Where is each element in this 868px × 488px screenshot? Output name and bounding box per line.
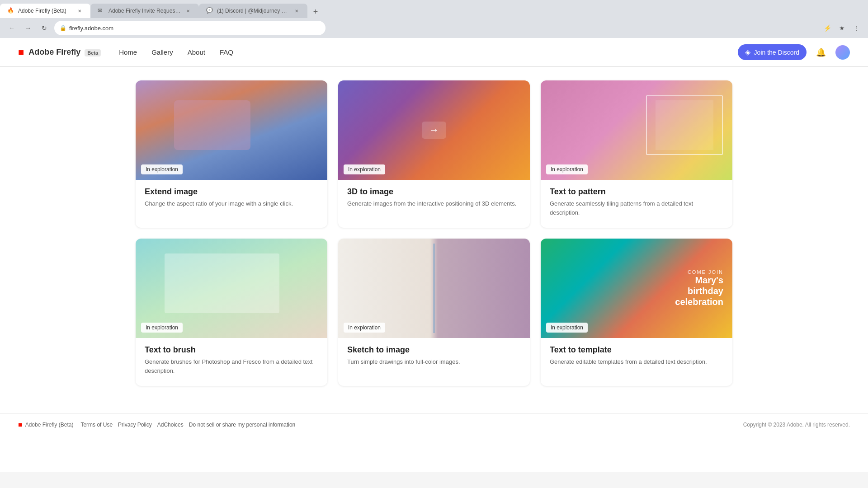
address-bar: ← → ↻ 🔒 firefly.adobe.com ⚡ ★ ⋮ bbox=[0, 18, 868, 38]
card-image-pattern: In exploration bbox=[541, 80, 732, 180]
footer-link-privacy[interactable]: Privacy Policy bbox=[118, 422, 152, 428]
card-image-template: COME JOIN Mary'sbirthdaycelebration In e… bbox=[541, 239, 732, 338]
card-title-sketch: Sketch to image bbox=[347, 345, 521, 355]
notifications-icon[interactable]: 🔔 bbox=[814, 45, 828, 60]
card-image-3d: → In exploration bbox=[338, 80, 530, 180]
card-sketch-to-image[interactable]: In exploration Sketch to image Turn simp… bbox=[338, 239, 530, 386]
forward-button[interactable]: → bbox=[22, 22, 34, 34]
logo-area[interactable]: ■ Adobe Firefly Beta bbox=[18, 47, 101, 58]
footer-link-terms[interactable]: Terms of Use bbox=[80, 422, 113, 428]
tab-invite[interactable]: ✉ Adobe Firefly Invite Request Fom ✕ bbox=[90, 4, 199, 18]
site-footer: ■ Adobe Firefly (Beta) Terms of Use Priv… bbox=[0, 413, 868, 436]
header-right: ◈ Join the Discord 🔔 bbox=[738, 44, 850, 60]
card-desc-extend: Change the aspect ratio of your image wi… bbox=[145, 199, 318, 208]
card-badge-extend: In exploration bbox=[141, 164, 183, 174]
card-desc-3d: Generate images from the interactive pos… bbox=[347, 199, 521, 208]
address-text: firefly.adobe.com bbox=[69, 25, 113, 32]
footer-copyright: Copyright © 2023 Adobe. All rights reser… bbox=[743, 422, 850, 428]
footer-links: Terms of Use Privacy Policy AdChoices Do… bbox=[80, 422, 295, 428]
card-badge-template: In exploration bbox=[546, 323, 588, 333]
card-content-3d: 3D to image Generate images from the int… bbox=[338, 180, 530, 219]
card-title-brush: Text to brush bbox=[145, 345, 318, 355]
address-input[interactable]: 🔒 firefly.adobe.com bbox=[54, 21, 326, 35]
browser-toolbar-right: ⚡ ★ ⋮ bbox=[821, 22, 863, 34]
card-title-pattern: Text to pattern bbox=[550, 187, 723, 197]
tab-close-invite[interactable]: ✕ bbox=[184, 7, 192, 14]
card-extend-image[interactable]: In exploration Extend image Change the a… bbox=[136, 80, 327, 228]
nav-faq[interactable]: FAQ bbox=[220, 48, 233, 56]
card-content-pattern: Text to pattern Generate seamlessly tili… bbox=[541, 180, 732, 228]
card-title-template: Text to template bbox=[550, 345, 723, 355]
bookmark-icon[interactable]: ★ bbox=[835, 22, 848, 34]
card-text-to-brush[interactable]: In exploration Text to brush Generate br… bbox=[136, 239, 327, 386]
card-text-to-template[interactable]: COME JOIN Mary'sbirthdaycelebration In e… bbox=[541, 239, 732, 386]
tab-discord[interactable]: 💬 (1) Discord | @Midjourney Bot ✕ bbox=[199, 4, 307, 18]
card-badge-brush: In exploration bbox=[141, 323, 183, 333]
tab-title-invite: Adobe Firefly Invite Request Fom bbox=[108, 8, 181, 14]
new-tab-button[interactable]: + bbox=[309, 5, 322, 18]
lock-icon: 🔒 bbox=[60, 25, 66, 31]
footer-link-dnsspi[interactable]: Do not sell or share my personal informa… bbox=[189, 422, 295, 428]
browser-window: 🔥 Adobe Firefly (Beta) ✕ ✉ Adobe Firefly… bbox=[0, 0, 868, 38]
card-3d-to-image[interactable]: → In exploration 3D to image Generate im… bbox=[338, 80, 530, 228]
card-image-brush: In exploration bbox=[136, 239, 327, 338]
card-content-sketch: Sketch to image Turn simple drawings int… bbox=[338, 338, 530, 377]
discord-button[interactable]: ◈ Join the Discord bbox=[738, 44, 807, 60]
footer-adobe-icon: ■ bbox=[18, 421, 23, 429]
card-title-extend: Extend image bbox=[145, 187, 318, 197]
extensions-icon[interactable]: ⚡ bbox=[821, 22, 834, 34]
site-header: ■ Adobe Firefly Beta Home Gallery About … bbox=[0, 38, 868, 67]
main-nav: Home Gallery About FAQ bbox=[119, 48, 233, 56]
card-badge-sketch: In exploration bbox=[344, 323, 385, 333]
tab-firefly[interactable]: 🔥 Adobe Firefly (Beta) ✕ bbox=[0, 4, 90, 18]
cards-grid: In exploration Extend image Change the a… bbox=[136, 80, 732, 386]
card-badge-pattern: In exploration bbox=[546, 164, 588, 174]
card-desc-brush: Generate brushes for Photoshop and Fresc… bbox=[145, 357, 318, 375]
tab-title-firefly: Adobe Firefly (Beta) bbox=[18, 8, 72, 14]
card-badge-3d: In exploration bbox=[344, 164, 385, 174]
card-content-brush: Text to brush Generate brushes for Photo… bbox=[136, 338, 327, 386]
adobe-logo-icon: ■ bbox=[18, 47, 24, 58]
discord-button-label: Join the Discord bbox=[754, 49, 799, 56]
footer-left: ■ Adobe Firefly (Beta) Terms of Use Priv… bbox=[18, 421, 295, 429]
card-desc-pattern: Generate seamlessly tiling patterns from… bbox=[550, 199, 723, 217]
footer-link-adchoices[interactable]: AdChoices bbox=[157, 422, 184, 428]
nav-gallery[interactable]: Gallery bbox=[151, 48, 173, 56]
tab-favicon-firefly: 🔥 bbox=[7, 7, 14, 14]
card-content-extend: Extend image Change the aspect ratio of … bbox=[136, 180, 327, 219]
card-content-template: Text to template Generate editable templ… bbox=[541, 338, 732, 377]
nav-about[interactable]: About bbox=[188, 48, 205, 56]
card-title-3d: 3D to image bbox=[347, 187, 521, 197]
card-desc-sketch: Turn simple drawings into full-color ima… bbox=[347, 357, 521, 366]
footer-logo: ■ Adobe Firefly (Beta) bbox=[18, 421, 73, 429]
card-desc-template: Generate editable templates from a detai… bbox=[550, 357, 723, 366]
footer-app-name: Adobe Firefly (Beta) bbox=[25, 422, 74, 428]
page: ■ Adobe Firefly Beta Home Gallery About … bbox=[0, 38, 868, 472]
tab-close-firefly[interactable]: ✕ bbox=[76, 7, 83, 14]
card-image-sketch: In exploration bbox=[338, 239, 530, 338]
main-content: In exploration Extend image Change the a… bbox=[118, 67, 750, 413]
tab-title-discord: (1) Discord | @Midjourney Bot bbox=[217, 8, 289, 14]
app-name: Adobe Firefly Beta bbox=[28, 47, 101, 57]
menu-icon[interactable]: ⋮ bbox=[850, 22, 863, 34]
user-avatar[interactable] bbox=[835, 45, 850, 60]
beta-badge: Beta bbox=[85, 49, 101, 56]
tab-favicon-discord: 💬 bbox=[206, 7, 213, 14]
discord-icon: ◈ bbox=[745, 48, 750, 56]
back-button[interactable]: ← bbox=[5, 22, 18, 34]
nav-home[interactable]: Home bbox=[119, 48, 137, 56]
tab-favicon-invite: ✉ bbox=[98, 7, 105, 14]
reload-button[interactable]: ↻ bbox=[38, 22, 51, 34]
tab-close-discord[interactable]: ✕ bbox=[293, 7, 300, 14]
card-text-to-pattern[interactable]: In exploration Text to pattern Generate … bbox=[541, 80, 732, 228]
tab-bar: 🔥 Adobe Firefly (Beta) ✕ ✉ Adobe Firefly… bbox=[0, 0, 868, 18]
card-image-extend: In exploration bbox=[136, 80, 327, 180]
